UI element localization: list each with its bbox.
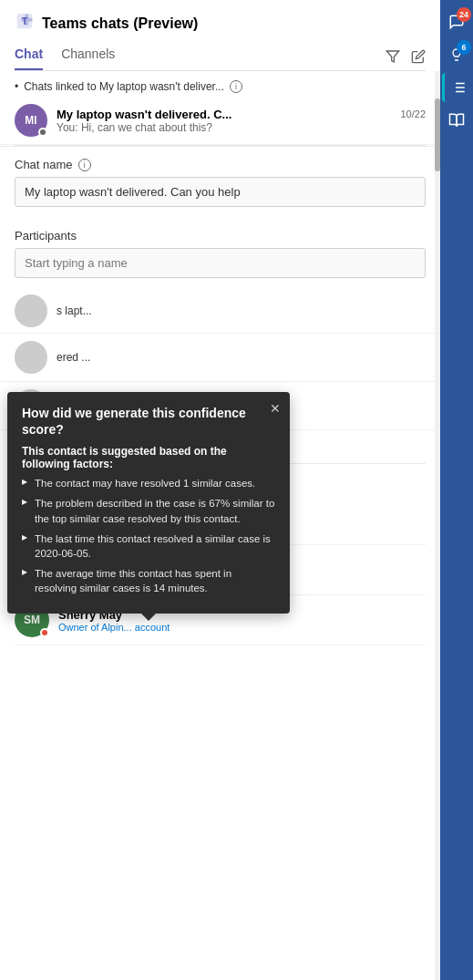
tooltip-item-2: The problem described in the case is 67%…	[22, 496, 275, 525]
partial-item-1[interactable]: s lapt...	[0, 289, 440, 334]
tooltip-close-button[interactable]: ✕	[270, 401, 281, 416]
chat-name-section: Chat name i	[0, 146, 440, 218]
avatar: MI	[15, 104, 47, 137]
svg-text:T: T	[22, 16, 28, 26]
participants-section: Participants	[0, 218, 440, 289]
bulb-badge: 6	[457, 40, 471, 55]
chat-sidebar-icon[interactable]: 24	[442, 7, 471, 36]
tab-channels[interactable]: Channels	[61, 46, 115, 70]
chat-name-label: Chat name i	[15, 158, 426, 171]
app-title: Teams chats (Preview)	[42, 15, 198, 32]
svg-marker-8	[386, 51, 398, 62]
right-sidebar: 24 6	[440, 0, 473, 980]
chat-item-header: My laptop wasn't delivered. C... 10/22	[57, 108, 426, 121]
main-content: T Teams chats (Preview) Chat Channels	[0, 0, 440, 980]
participants-label: Participants	[15, 229, 426, 242]
chat-item-preview: You: Hi, can we chat about this?	[57, 121, 426, 134]
header-actions	[386, 49, 426, 67]
partial-text-2: ered ...	[57, 351, 90, 364]
chat-item-content: My laptop wasn't delivered. C... 10/22 Y…	[57, 108, 426, 134]
tooltip-item-4: The average time this contact has spent …	[22, 566, 275, 595]
confidence-tooltip: ✕ How did we generate this confidence sc…	[7, 392, 290, 614]
tooltip-title: How did we generate this confidence scor…	[22, 405, 275, 438]
participants-input[interactable]	[15, 248, 426, 278]
chat-list-item[interactable]: MI My laptop wasn't delivered. C... 10/2…	[0, 97, 440, 145]
filter-icon[interactable]	[386, 49, 400, 67]
list-sidebar-icon[interactable]	[442, 73, 471, 102]
chat-name-input[interactable]	[15, 177, 426, 207]
sherry-status	[40, 628, 49, 637]
chat-badge: 24	[457, 7, 471, 22]
tooltip-arrow	[141, 614, 156, 621]
chat-item-name: My laptop wasn't delivered. C...	[57, 108, 231, 121]
tooltip-item-3: The last time this contact resolved a si…	[22, 531, 275, 561]
tab-chat[interactable]: Chat	[15, 46, 43, 70]
book-sidebar-icon[interactable]	[442, 106, 471, 135]
header-title-bar: T Teams chats (Preview)	[15, 11, 426, 36]
header: T Teams chats (Preview) Chat Channels	[0, 0, 440, 71]
chat-name-info-icon[interactable]: i	[78, 159, 91, 171]
chat-item-time: 10/22	[400, 108, 426, 119]
avatar-status	[38, 128, 47, 137]
sherry-role-link[interactable]: Alpin...	[101, 622, 132, 633]
bulb-sidebar-icon[interactable]: 6	[442, 40, 471, 69]
teams-logo: T	[15, 11, 35, 36]
chat-section-label: Chats linked to My laptop wasn't deliver…	[0, 71, 440, 97]
compose-icon[interactable]	[411, 49, 426, 67]
chat-section-info-icon[interactable]: i	[230, 80, 242, 93]
tooltip-item-1: The contact may have resolved 1 similar …	[22, 476, 275, 490]
tooltip-subtitle: This contact is suggested based on the f…	[22, 445, 275, 470]
sherry-role: Owner of Alpin... account	[58, 622, 170, 633]
partial-item-2[interactable]: ered ...	[0, 334, 440, 382]
partial-text-1: s lapt...	[57, 304, 92, 317]
tooltip-list: The contact may have resolved 1 similar …	[22, 476, 275, 595]
header-tabs: Chat Channels	[15, 46, 426, 71]
